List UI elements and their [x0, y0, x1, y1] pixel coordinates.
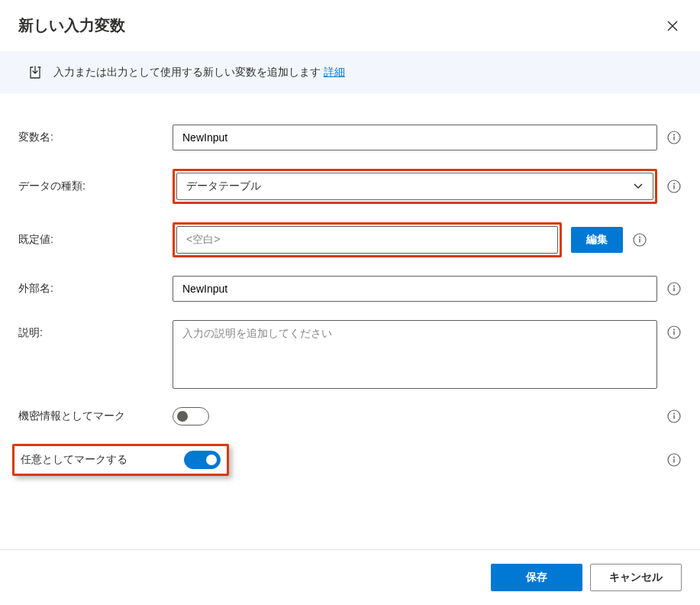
info-icon	[667, 282, 681, 296]
highlight-default-value: <空白>	[173, 222, 562, 257]
info-icon	[633, 233, 647, 247]
toggle-knob	[206, 455, 217, 465]
default-value-display[interactable]: <空白>	[176, 226, 558, 254]
toggle-knob	[177, 411, 188, 422]
chevron-down-icon	[633, 180, 644, 193]
info-optional[interactable]	[666, 452, 682, 467]
svg-point-7	[639, 237, 640, 238]
info-sensitive[interactable]	[666, 409, 682, 424]
row-optional: 任意としてマークする	[12, 444, 682, 476]
svg-point-19	[673, 457, 675, 458]
data-type-value: データテーブル	[186, 180, 261, 193]
label-var-name: 変数名:	[18, 131, 163, 144]
svg-point-13	[673, 329, 675, 331]
edit-button[interactable]: 編集	[571, 227, 623, 253]
info-icon	[667, 180, 681, 193]
description-input[interactable]	[173, 320, 657, 389]
svg-rect-11	[673, 288, 674, 292]
form: 変数名: データの種類: データテーブル 既定値:	[0, 94, 700, 491]
row-data-type: データの種類: データテーブル	[18, 169, 682, 204]
info-var-name[interactable]	[666, 130, 682, 145]
label-sensitive: 機密情報としてマーク	[18, 409, 163, 423]
row-external-name: 外部名:	[18, 276, 682, 302]
optional-toggle[interactable]	[184, 451, 221, 469]
save-button[interactable]: 保存	[491, 564, 582, 591]
label-default-value: 既定値:	[18, 233, 163, 247]
info-icon	[667, 325, 681, 339]
svg-rect-5	[673, 186, 674, 189]
svg-rect-17	[673, 416, 674, 419]
cancel-button[interactable]: キャンセル	[590, 564, 682, 591]
info-icon	[667, 409, 681, 423]
info-external-name[interactable]	[666, 281, 682, 296]
svg-point-10	[673, 286, 675, 287]
row-sensitive: 機密情報としてマーク	[18, 407, 682, 425]
dialog-header: 新しい入力変数	[0, 0, 700, 51]
row-var-name: 変数名:	[18, 125, 682, 150]
dialog-title: 新しい入力変数	[18, 15, 125, 36]
svg-rect-14	[673, 332, 674, 335]
sensitive-toggle[interactable]	[173, 407, 209, 425]
details-link[interactable]: 詳細	[324, 66, 345, 78]
dialog-footer: 保存 キャンセル	[0, 549, 700, 605]
banner-text: 入力または出力として使用する新しい変数を追加します 詳細	[53, 66, 345, 79]
import-icon	[27, 65, 43, 80]
label-external-name: 外部名:	[18, 282, 163, 296]
info-default-value[interactable]	[632, 232, 647, 247]
highlight-optional: 任意としてマークする	[12, 444, 229, 476]
external-name-input[interactable]	[173, 276, 657, 302]
row-default-value: 既定値: <空白> 編集	[18, 222, 682, 257]
label-data-type: データの種類:	[18, 180, 163, 193]
info-icon	[667, 131, 681, 144]
info-icon	[667, 453, 681, 467]
row-description: 説明:	[18, 320, 682, 389]
data-type-select[interactable]: データテーブル	[176, 173, 653, 200]
svg-rect-20	[673, 459, 674, 463]
close-button[interactable]	[663, 17, 682, 35]
info-data-type[interactable]	[666, 179, 682, 194]
highlight-data-type: データテーブル	[173, 169, 657, 204]
svg-rect-2	[673, 137, 674, 141]
info-description[interactable]	[666, 325, 682, 340]
svg-point-1	[673, 134, 675, 136]
svg-point-16	[673, 413, 675, 415]
label-description: 説明:	[18, 320, 163, 340]
info-banner: 入力または出力として使用する新しい変数を追加します 詳細	[0, 51, 700, 94]
var-name-input[interactable]	[173, 125, 657, 150]
close-icon	[667, 21, 678, 31]
label-optional: 任意としてマークする	[21, 453, 161, 467]
svg-point-4	[673, 183, 675, 185]
svg-rect-8	[639, 239, 640, 243]
